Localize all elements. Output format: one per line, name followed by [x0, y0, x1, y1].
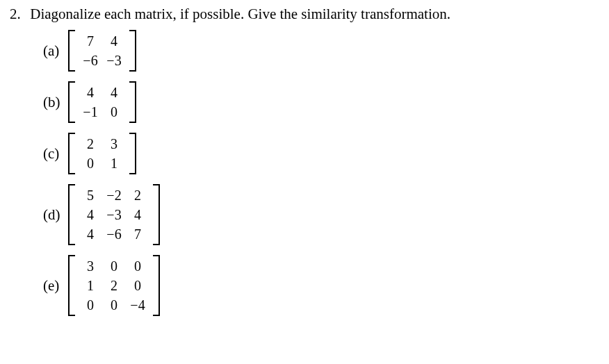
- bracket-left-icon: [68, 133, 76, 174]
- matrix-cell: 7: [126, 227, 149, 241]
- matrix-cell: −4: [126, 298, 149, 312]
- matrix-c: 2 3 0 1: [68, 133, 136, 174]
- matrix-grid: 2 3 0 1: [76, 133, 129, 174]
- matrix-cell: −3: [102, 208, 126, 222]
- matrix-b: 4 4 −1 0: [68, 81, 136, 123]
- matrix-cell: 0: [126, 259, 149, 273]
- bracket-left-icon: [68, 30, 76, 72]
- matrix-a: 7 4 −6 −3: [68, 30, 136, 72]
- part-label: (b): [43, 94, 68, 111]
- matrix-grid: 4 4 −1 0: [76, 81, 129, 123]
- matrix-d: 5 −2 2 4 −3 4 4 −6 7: [68, 184, 160, 245]
- matrix-cell: 0: [79, 156, 102, 170]
- part-a: (a) 7 4 −6 −3: [43, 30, 599, 72]
- matrix-cell: 2: [126, 188, 149, 202]
- part-label: (e): [43, 277, 68, 295]
- matrix-grid: 7 4 −6 −3: [76, 30, 129, 72]
- matrix-cell: 7: [79, 34, 102, 48]
- matrix-cell: 4: [126, 208, 149, 222]
- part-label: (d): [43, 206, 68, 224]
- matrix-cell: 3: [79, 259, 102, 273]
- part-label: (a): [43, 42, 68, 60]
- matrix-grid: 3 0 0 1 2 0 0 0 −4: [76, 255, 152, 316]
- part-label: (c): [43, 145, 68, 163]
- matrix-cell: 0: [126, 279, 149, 292]
- matrix-cell: 4: [102, 85, 126, 99]
- part-c: (c) 2 3 0 1: [43, 133, 599, 174]
- matrix-cell: 0: [79, 298, 102, 312]
- matrix-cell: 1: [79, 279, 102, 292]
- matrix-cell: 4: [79, 85, 102, 99]
- matrix-cell: 0: [102, 105, 126, 119]
- bracket-right-icon: [152, 184, 160, 245]
- bracket-right-icon: [129, 133, 136, 174]
- problem-text: Diagonalize each matrix, if possible. Gi…: [30, 6, 450, 22]
- part-e: (e) 3 0 0 1 2 0 0 0 −4: [43, 255, 599, 316]
- problem-statement: 2. Diagonalize each matrix, if possible.…: [10, 6, 599, 23]
- matrix-cell: 1: [102, 156, 126, 170]
- bracket-right-icon: [129, 81, 136, 123]
- part-d: (d) 5 −2 2 4 −3 4 4 −6 7: [43, 184, 599, 245]
- bracket-left-icon: [68, 184, 76, 245]
- matrix-cell: 4: [79, 208, 102, 222]
- matrix-cell: 3: [102, 137, 126, 151]
- page: 2. Diagonalize each matrix, if possible.…: [0, 0, 609, 331]
- bracket-left-icon: [68, 255, 76, 316]
- matrix-cell: −6: [79, 53, 102, 67]
- matrix-cell: 2: [79, 137, 102, 151]
- part-b: (b) 4 4 −1 0: [43, 81, 599, 123]
- matrix-cell: 0: [102, 298, 126, 312]
- matrix-cell: −2: [102, 188, 126, 202]
- matrix-grid: 5 −2 2 4 −3 4 4 −6 7: [76, 184, 152, 245]
- matrix-cell: 4: [102, 34, 126, 48]
- problem-number: 2.: [10, 6, 26, 23]
- matrix-e: 3 0 0 1 2 0 0 0 −4: [68, 255, 160, 316]
- matrix-cell: 2: [102, 279, 126, 292]
- matrix-cell: 4: [79, 227, 102, 241]
- bracket-left-icon: [68, 81, 76, 123]
- matrix-cell: −1: [79, 105, 102, 119]
- bracket-right-icon: [129, 30, 136, 72]
- parts-list: (a) 7 4 −6 −3 (b) 4 4 −1 0: [43, 30, 599, 316]
- matrix-cell: −3: [102, 53, 126, 67]
- matrix-cell: −6: [102, 227, 126, 241]
- matrix-cell: 0: [102, 259, 126, 273]
- bracket-right-icon: [152, 255, 160, 316]
- matrix-cell: 5: [79, 188, 102, 202]
